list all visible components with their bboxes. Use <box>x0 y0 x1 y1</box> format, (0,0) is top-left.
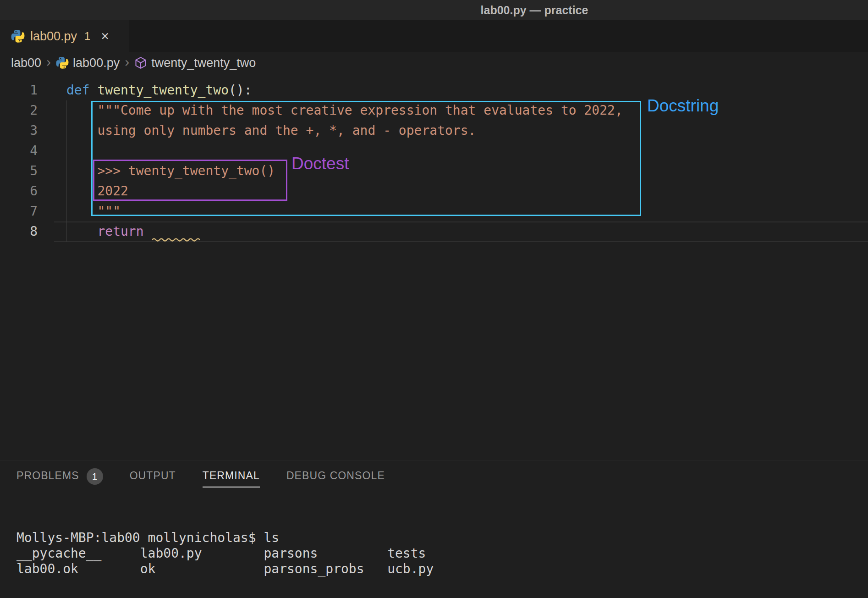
tab-debug-console[interactable]: DEBUG CONSOLE <box>286 470 385 487</box>
breadcrumb-file-label: lab00.py <box>73 56 120 70</box>
terminal-line: Mollys-MBP:lab00 mollynicholas$ ls <box>16 530 859 546</box>
code-line[interactable]: using only numbers and the +, *, and - o… <box>54 121 868 141</box>
terminal-line: __pycache__ lab00.py parsons tests <box>16 546 859 561</box>
code-editor[interactable]: 12345678 def twenty_twenty_two(): """Com… <box>0 73 868 460</box>
code-line[interactable]: >>> twenty_twenty_two() <box>54 161 868 181</box>
line-number: 4 <box>0 141 54 161</box>
symbol-namespace-icon <box>134 56 147 69</box>
chevron-right-icon: › <box>120 54 134 72</box>
code-line[interactable]: """Come up with the most creative expres… <box>54 100 868 121</box>
code-line[interactable]: """ <box>54 201 868 221</box>
code-token: 2022 <box>66 183 128 199</box>
line-number: 1 <box>0 80 54 100</box>
tab-output[interactable]: OUTPUT <box>130 470 176 487</box>
panel-tab-bar: PROBLEMS 1 OUTPUT TERMINAL DEBUG CONSOLE <box>0 460 868 496</box>
python-icon <box>56 56 69 69</box>
breadcrumb-folder[interactable]: lab00 <box>11 56 41 70</box>
code-line[interactable]: 2022 <box>54 181 868 201</box>
line-number: 7 <box>0 201 54 221</box>
breadcrumb-folder-label: lab00 <box>11 56 41 70</box>
code-token: """Come up with the most creative expres… <box>66 103 623 118</box>
problems-count-badge: 1 <box>87 468 103 485</box>
terminal-output: Mollys-MBP:lab00 mollynicholas$ ls__pyca… <box>16 530 859 577</box>
code-token: def <box>66 83 97 98</box>
tab-problems-label: PROBLEMS <box>16 470 79 487</box>
code-token: """ <box>66 204 121 219</box>
tab-output-label: OUTPUT <box>130 470 176 487</box>
terminal[interactable]: Mollys-MBP:lab00 mollynicholas$ ls__pyca… <box>16 499 859 598</box>
breadcrumb-symbol-label: twenty_twenty_two <box>151 56 256 70</box>
line-number: 6 <box>0 181 54 201</box>
line-number: 3 <box>0 121 54 141</box>
tab-strip: lab00.py 1 ✕ <box>0 20 868 52</box>
tab-debug-console-label: DEBUG CONSOLE <box>286 470 385 487</box>
tab-terminal-label: TERMINAL <box>203 470 260 487</box>
code-token: return <box>66 224 151 239</box>
code-token: >>> twenty_twenty_two() <box>66 163 275 178</box>
code-token: using only numbers and the +, *, and - o… <box>66 123 476 138</box>
editor-gutter: 12345678 <box>0 80 54 242</box>
code-token: twenty_twenty_two <box>97 83 229 98</box>
code-token: (): <box>229 83 252 98</box>
tab-lab00py[interactable]: lab00.py 1 ✕ <box>0 20 129 52</box>
tab-problems[interactable]: PROBLEMS 1 <box>16 468 103 488</box>
tab-problems-badge: 1 <box>84 30 90 43</box>
code-line[interactable]: def twenty_twenty_two(): <box>54 80 868 100</box>
warning-squiggle-icon <box>152 237 200 242</box>
python-icon <box>11 29 25 43</box>
editor-code[interactable]: def twenty_twenty_two(): """Come up with… <box>54 80 868 242</box>
terminal-line: lab00.ok ok parsons_probs ucb.py <box>16 561 859 577</box>
tab-label: lab00.py <box>30 29 77 44</box>
chevron-right-icon: › <box>41 54 56 72</box>
titlebar: lab00.py — practice <box>0 0 868 20</box>
bottom-panel: PROBLEMS 1 OUTPUT TERMINAL DEBUG CONSOLE… <box>0 460 868 598</box>
tab-terminal[interactable]: TERMINAL <box>203 470 260 487</box>
line-number: 5 <box>0 161 54 181</box>
breadcrumb: lab00 › lab00.py › twenty_twenty_two <box>0 52 868 73</box>
code-line[interactable] <box>54 141 868 161</box>
line-number: 2 <box>0 100 54 121</box>
close-icon[interactable]: ✕ <box>100 30 109 43</box>
breadcrumb-file[interactable]: lab00.py <box>56 56 120 70</box>
breadcrumb-symbol[interactable]: twenty_twenty_two <box>134 56 256 70</box>
window-title: lab00.py — practice <box>481 4 588 17</box>
line-number: 8 <box>0 221 54 242</box>
